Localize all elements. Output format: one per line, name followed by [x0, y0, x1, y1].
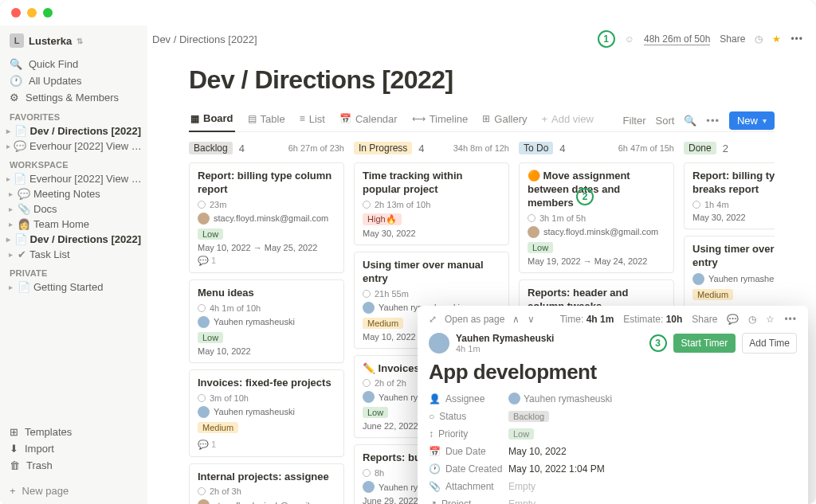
star-icon[interactable]: ★: [772, 33, 781, 45]
board-card[interactable]: 🟠 Move assignment between dates and memb…: [519, 162, 674, 273]
avatar: [198, 213, 210, 225]
next-icon[interactable]: ∨: [528, 314, 535, 325]
view-tab-gallery[interactable]: ⊞Gallery: [481, 109, 528, 131]
new-page-label: New page: [22, 485, 69, 497]
prev-icon[interactable]: ∧: [512, 314, 520, 325]
board-card[interactable]: Using timer over manual entry Yauhen rym…: [684, 236, 775, 311]
caret-icon[interactable]: ▸: [6, 205, 14, 213]
sidebar-item[interactable]: ▸💬Meeting Notes: [5, 186, 143, 201]
board-card[interactable]: Report: billing type column breaks repor…: [684, 162, 775, 229]
clock-icon[interactable]: ◷: [755, 33, 763, 45]
property-status[interactable]: ○StatusBacklog: [429, 411, 797, 422]
star-icon[interactable]: ☆: [766, 314, 775, 325]
card-time: 4h 1m of 10h: [198, 303, 335, 313]
caret-icon[interactable]: ▸: [6, 250, 14, 259]
view-tab-list[interactable]: ≡List: [298, 109, 327, 131]
sidebar-item[interactable]: ▸📄Dev / Directions [2022]: [5, 232, 143, 247]
caret-icon[interactable]: ▸: [6, 127, 11, 135]
search-icon[interactable]: 🔍: [684, 115, 696, 127]
property-date-created[interactable]: 🕐Date CreatedMay 10, 2022 1:04 PM: [429, 463, 797, 475]
chevron-updown-icon: ⇅: [76, 37, 83, 45]
expand-icon[interactable]: ⤢: [429, 314, 437, 325]
view-icon: ≡: [300, 113, 305, 124]
workspace-switcher[interactable]: L Lusterka ⇅: [5, 30, 143, 51]
property-icon: ↗: [429, 498, 437, 504]
clock-icon: [198, 487, 206, 495]
sidebar-item[interactable]: ▸📄Getting Started: [5, 279, 143, 295]
caret-icon[interactable]: ▸: [6, 142, 10, 150]
sidebar-trash[interactable]: 🗑Trash: [5, 457, 143, 474]
view-label: Table: [261, 113, 285, 125]
face-icon: ☺: [625, 33, 634, 45]
sidebar-settings-members[interactable]: ⚙Settings & Members: [5, 89, 143, 106]
view-more-icon[interactable]: •••: [706, 115, 720, 127]
sidebar-item[interactable]: ▸💬Everhour [2022] View …: [5, 139, 143, 154]
property-due-date[interactable]: 📅Due DateMay 10, 2022: [429, 446, 797, 457]
clock-icon[interactable]: ◷: [748, 314, 756, 325]
board-card[interactable]: Internal projects: assignee 2h of 3h sta…: [189, 463, 344, 504]
sidebar-item[interactable]: ▸📄Everhour [2022] View …: [5, 171, 143, 186]
close-window[interactable]: [11, 8, 21, 18]
view-tab-table[interactable]: ▤Table: [246, 109, 287, 131]
column-name[interactable]: In Progress: [354, 142, 412, 154]
avatar: [363, 481, 375, 493]
more-icon[interactable]: •••: [790, 33, 803, 45]
new-page-button[interactable]: + New page: [5, 479, 143, 499]
open-as-page[interactable]: Open as page: [445, 314, 504, 325]
annotation-marker-3: 3: [649, 334, 667, 352]
sidebar-quick-find[interactable]: 🔍Quick Find: [5, 56, 143, 72]
time-summary[interactable]: 48h 26m of 50h: [644, 33, 710, 45]
property-icon: 👤: [429, 393, 441, 404]
column-name[interactable]: To Do: [519, 142, 553, 154]
property-project[interactable]: ↗ProjectEmpty: [429, 498, 797, 504]
board-card[interactable]: Menu ideas 4h 1m of 10h Yauhen rymasheus…: [189, 279, 344, 363]
add-time-button[interactable]: Add Time: [742, 333, 797, 354]
share-button[interactable]: Share: [720, 33, 745, 45]
sidebar-item[interactable]: ▸✔︎Task List: [5, 247, 143, 262]
peek-more-icon[interactable]: •••: [784, 314, 797, 325]
page-icon: 💬: [18, 188, 30, 200]
column-name[interactable]: Done: [684, 142, 716, 154]
new-button[interactable]: New▾: [729, 111, 775, 130]
property-assignee[interactable]: 👤AssigneeYauhen rymasheuski: [429, 393, 797, 404]
property-label: 📎Attachment: [429, 481, 508, 492]
view-tab-calendar[interactable]: 📅Calendar: [338, 109, 399, 131]
caret-icon[interactable]: ▸: [6, 220, 14, 229]
sort-button[interactable]: Sort: [655, 115, 674, 127]
priority-tag: Low: [363, 407, 388, 418]
caret-icon[interactable]: ▸: [6, 235, 11, 244]
peek-share[interactable]: Share: [692, 314, 717, 325]
property-icon: ↕: [429, 428, 434, 440]
filter-button[interactable]: Filter: [623, 115, 646, 127]
annotation-marker-2: 2: [576, 188, 594, 205]
view-tab-board[interactable]: ▦Board: [189, 109, 235, 132]
breadcrumb[interactable]: Dev / Directions [2022]: [152, 33, 257, 45]
start-timer-button[interactable]: Start Timer: [673, 334, 736, 353]
card-title: Invoices: fixed-fee projects: [198, 377, 335, 390]
add-view-button[interactable]: + Add view: [540, 110, 595, 131]
sidebar-templates[interactable]: ⊞Templates: [5, 424, 143, 440]
maximize-window[interactable]: [43, 8, 53, 18]
property-priority[interactable]: ↕PriorityLow: [429, 428, 797, 440]
caret-icon[interactable]: ▸: [6, 174, 10, 183]
board-card[interactable]: Report: billing type column report 23m s…: [189, 162, 344, 273]
sidebar-all-updates[interactable]: 🕐All Updates: [5, 72, 143, 89]
page-icon: ✔︎: [18, 248, 26, 260]
board-card[interactable]: Time tracking within popular project 2h …: [354, 162, 509, 245]
minimize-window[interactable]: [27, 8, 37, 18]
sidebar-item-label: Getting Started: [33, 281, 103, 293]
sidebar-item[interactable]: ▸📄Dev / Directions [2022]: [5, 123, 143, 139]
column-count: 4: [239, 143, 245, 154]
sidebar-item[interactable]: ▸📎Docs: [5, 201, 143, 217]
caret-icon[interactable]: ▸: [6, 189, 14, 198]
column-header: Backlog 4 6h 27m of 23h: [189, 142, 344, 154]
view-tab-timeline[interactable]: ⟷Timeline: [410, 109, 470, 131]
property-attachment[interactable]: 📎AttachmentEmpty: [429, 481, 797, 492]
avatar: [198, 499, 210, 504]
sidebar-item[interactable]: ▸👩Team Home: [5, 217, 143, 232]
comment-icon[interactable]: 💬: [727, 314, 739, 325]
caret-icon[interactable]: ▸: [6, 283, 14, 291]
sidebar-import[interactable]: ⬇Import: [5, 440, 143, 457]
column-name[interactable]: Backlog: [189, 142, 233, 154]
board-card[interactable]: Invoices: fixed-fee projects 3m of 10h Y…: [189, 369, 344, 457]
